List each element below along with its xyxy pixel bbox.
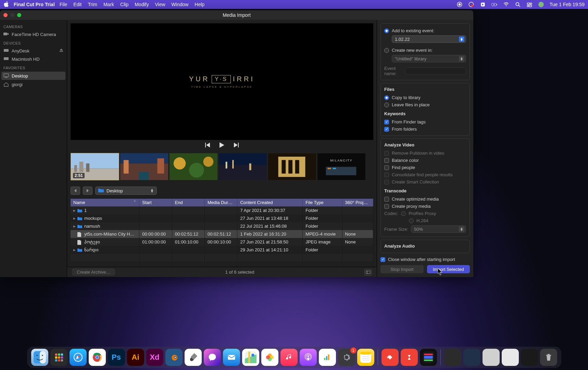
sidebar-item-home[interactable]: giorgi	[0, 80, 67, 88]
table-row[interactable]: ▸namush22 Jul 2021 at 15:46:08Folder	[71, 222, 373, 230]
status-icon-1[interactable]	[468, 1, 474, 8]
dock-illustrator[interactable]: Ai	[127, 349, 144, 366]
check-balance-color[interactable]	[384, 158, 389, 163]
dock-minimized-window-5[interactable]	[521, 349, 538, 366]
filmstrip[interactable]: 2:51 MILANCITY	[71, 153, 373, 181]
menu-help[interactable]: Help	[195, 2, 204, 7]
window-close-button[interactable]	[3, 13, 8, 17]
status-icon-2[interactable]	[480, 1, 486, 8]
check-finder-tags[interactable]: ✓	[384, 120, 389, 124]
check-proxy-media[interactable]	[384, 204, 389, 209]
prev-clip-button[interactable]	[205, 143, 211, 149]
menu-modify[interactable]: Modify	[135, 2, 149, 7]
wifi-icon[interactable]	[503, 1, 509, 8]
column-header[interactable]: Start	[139, 199, 172, 206]
path-forward-button[interactable]	[83, 187, 92, 195]
table-row[interactable]: პოტეჯი01:00:00:0001:00:10:0000:00:10:002…	[71, 238, 373, 246]
screen-record-icon[interactable]	[456, 1, 463, 8]
menubar-datetime[interactable]: Tue 1 Feb 19:59	[550, 2, 585, 7]
disclosure-triangle-icon[interactable]: ▸	[73, 208, 77, 213]
menu-window[interactable]: Window	[172, 2, 189, 7]
eject-icon[interactable]	[59, 48, 63, 53]
filmstrip-thumb[interactable]	[169, 153, 218, 180]
view-mode-button[interactable]	[364, 269, 372, 275]
dock-finalcutpro[interactable]	[420, 349, 437, 366]
filmstrip-thumb[interactable]: MILANCITY	[317, 153, 366, 180]
column-header[interactable]: Name	[71, 199, 139, 206]
dock-photoshop[interactable]: Ps	[108, 349, 125, 366]
spotlight-icon[interactable]	[515, 1, 521, 8]
import-selected-button[interactable]: Import Selected	[427, 265, 470, 273]
window-minimize-button[interactable]	[10, 13, 14, 17]
dock-mail[interactable]	[223, 349, 240, 366]
table-row[interactable]: ▸ნარდი29 Jun 2021 at 14:21:10Folder	[71, 246, 373, 254]
check-from-folders[interactable]: ✓	[384, 127, 389, 132]
radio-leave-in-place[interactable]	[384, 103, 389, 107]
radio-add-existing[interactable]	[384, 28, 389, 33]
dock-chrome[interactable]	[89, 349, 106, 366]
path-location-select[interactable]: Desktop ▲▼	[95, 187, 157, 195]
check-close-window[interactable]: ✓	[380, 257, 385, 262]
menu-mark[interactable]: Mark	[103, 2, 114, 7]
filmstrip-thumb[interactable]	[268, 153, 316, 180]
filmstrip-thumb[interactable]	[218, 153, 267, 180]
radio-copy-to-library[interactable]	[384, 95, 389, 100]
table-row[interactable]: yt5s.com-Milano City Hy…00:00:00:0000:02…	[71, 230, 373, 238]
column-header[interactable]: Content Created	[237, 199, 303, 206]
sidebar-item-desktop[interactable]: Desktop	[1, 72, 65, 80]
column-header[interactable]: File Type	[303, 199, 342, 206]
menu-clip[interactable]: Clip	[120, 2, 128, 7]
create-archive-button[interactable]: Create Archive…	[72, 268, 115, 276]
dock-settings[interactable]: 1	[338, 349, 355, 366]
dock-numbers[interactable]	[319, 349, 336, 366]
sidebar-item-anydesk[interactable]: AnyDesk	[0, 47, 67, 55]
filmstrip-thumb[interactable]: 2:51	[71, 153, 119, 180]
dock-minimized-window-3[interactable]	[483, 349, 500, 366]
dock-safari[interactable]	[70, 349, 87, 366]
apple-menu-icon[interactable]	[3, 1, 10, 8]
menu-view[interactable]: View	[155, 2, 165, 7]
check-find-people[interactable]	[384, 165, 389, 170]
dock-minimized-window-4[interactable]	[502, 349, 519, 366]
battery-icon[interactable]	[491, 1, 498, 8]
dock-finder[interactable]	[31, 349, 48, 366]
table-row[interactable]: ▸17 Apr 2021 at 20:30:37Folder	[71, 206, 373, 214]
menu-trim[interactable]: Trim	[88, 2, 97, 7]
menu-edit[interactable]: Edit	[73, 2, 82, 7]
dock-music[interactable]	[280, 349, 298, 366]
dock-podcasts[interactable]	[300, 349, 317, 366]
user-icon[interactable]	[538, 1, 544, 8]
dock-app-paint[interactable]	[185, 349, 202, 366]
filmstrip-thumb[interactable]	[120, 153, 168, 180]
dock-app-red[interactable]	[401, 349, 418, 366]
dock-trash[interactable]	[540, 349, 557, 366]
dock-minimized-window-1[interactable]	[444, 349, 461, 366]
table-row[interactable]: ▸mockups27 Jun 2021 at 13:48:18Folder	[71, 214, 373, 222]
disclosure-triangle-icon[interactable]: ▸	[73, 224, 77, 229]
radio-create-new[interactable]	[384, 48, 389, 53]
dock-photos[interactable]	[261, 349, 278, 366]
menu-file[interactable]: File	[60, 2, 67, 7]
control-center-icon[interactable]	[526, 1, 533, 8]
column-header[interactable]: End	[172, 199, 204, 206]
next-clip-button[interactable]	[233, 143, 239, 149]
window-zoom-button[interactable]	[17, 13, 21, 17]
check-optimized-media[interactable]	[384, 197, 389, 202]
existing-event-select[interactable]: 1.02.22 ▲▼	[392, 35, 466, 43]
column-header[interactable]: Media Durati…	[205, 199, 237, 206]
dock-notes[interactable]	[357, 349, 374, 366]
column-header[interactable]: 360° Projection	[342, 199, 373, 206]
dock-messenger[interactable]	[204, 349, 221, 366]
disclosure-triangle-icon[interactable]: ▸	[73, 216, 77, 221]
preview-viewer[interactable]: YUR Y·S IRRI TIME LAPSE & HYPERLAPSE	[71, 23, 373, 140]
dock-blender[interactable]	[165, 349, 183, 366]
disclosure-triangle-icon[interactable]: ▸	[73, 247, 77, 252]
dock-minimized-window-2[interactable]	[463, 349, 480, 366]
dock-launchpad[interactable]	[50, 349, 67, 366]
path-back-button[interactable]	[71, 187, 80, 195]
dock-maps[interactable]	[242, 349, 259, 366]
play-button[interactable]	[220, 142, 224, 149]
sidebar-item-facetime-camera[interactable]: FaceTime HD Camera	[0, 30, 67, 38]
dock-anydesk[interactable]	[381, 349, 399, 366]
create-new-event-row[interactable]: Create new event in:	[384, 47, 466, 54]
